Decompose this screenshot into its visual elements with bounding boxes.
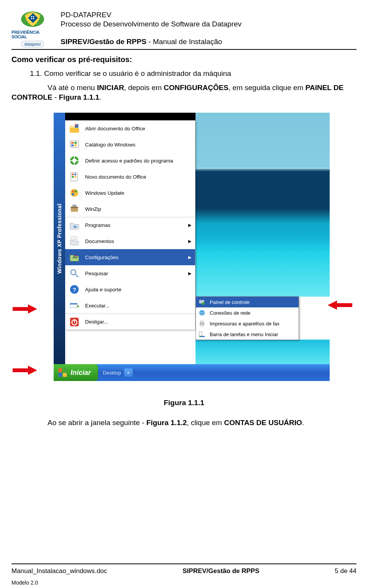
submenu-item-label: Impressoras e aparelhos de fax <box>210 321 279 327</box>
windows-update-icon <box>68 187 80 199</box>
header-line-3: SIPREV/Gestão de RPPS - Manual de Instal… <box>61 38 242 46</box>
menu-item-label: Catálogo do Windows <box>85 142 191 148</box>
svg-rect-19 <box>74 176 76 178</box>
svg-point-20 <box>71 189 79 197</box>
menu-item-windows-update[interactable]: Windows Update <box>65 185 195 201</box>
section-title: Como verificar os pré-requisitos: <box>12 55 356 64</box>
help-icon: ? <box>68 283 80 296</box>
logo-line1: PREVIDÊNCIA SOCIAL <box>12 30 54 39</box>
footer-filename: Manual_Instalacao_windows.doc <box>12 567 107 575</box>
desktop-wallpaper <box>196 113 330 297</box>
footer-center: SIPREV/Gestão de RPPS <box>182 567 259 575</box>
menu-item-open-office-doc[interactable]: Abrir documento do Office <box>65 120 195 136</box>
menu-item-label: Abrir documento do Office <box>85 126 191 131</box>
printer-icon <box>198 320 206 327</box>
svg-rect-8 <box>70 141 79 148</box>
menu-item-winzip[interactable]: WinZip <box>65 201 195 217</box>
svg-rect-24 <box>75 193 77 195</box>
menu-item-help[interactable]: ? Ajuda e suporte <box>65 281 195 297</box>
svg-rect-11 <box>71 145 74 146</box>
settings-icon <box>68 251 80 263</box>
figure-caption: Figura 1.1.1 <box>12 399 356 407</box>
paragraph-after-figure: Ao se abrir a janela seguinte - Figura 1… <box>12 419 356 427</box>
menu-item-program-access[interactable]: Definir acesso e padrões do programa <box>65 153 195 169</box>
menu-item-search[interactable]: Pesquisar ▶ <box>65 265 195 281</box>
footer-model-version: Modelo 2.0 <box>12 580 38 586</box>
logo-line2: dataprev <box>21 41 44 48</box>
svg-rect-17 <box>74 174 76 176</box>
submenu-triangle-icon: ▶ <box>186 223 191 228</box>
menu-item-label: Configurações <box>85 255 181 260</box>
start-button[interactable]: Iniciar <box>54 364 98 381</box>
start-menu[interactable]: Abrir documento do Office Catálogo do Wi… <box>65 120 196 330</box>
step-heading: 1.1. Como verificar se o usuário é o adm… <box>12 69 356 78</box>
windows-logo-icon <box>58 368 67 378</box>
control-panel-icon <box>198 298 206 306</box>
chevron-double-icon[interactable]: » <box>124 368 133 377</box>
menu-item-label: Programas <box>85 222 181 228</box>
menu-item-label: WinZip <box>85 206 191 212</box>
svg-rect-42 <box>200 324 203 326</box>
submenu-triangle-icon: ▶ <box>186 255 191 260</box>
submenu-item-printers[interactable]: Impressoras e aparelhos de fax <box>196 318 299 329</box>
svg-rect-9 <box>71 142 74 144</box>
svg-rect-48 <box>58 373 62 377</box>
taskbar[interactable]: Iniciar Desktop » <box>54 364 330 381</box>
arrow-icon <box>328 301 352 310</box>
svg-rect-41 <box>200 321 203 323</box>
svg-rect-23 <box>72 193 74 195</box>
settings-submenu[interactable]: Painel de controle Conexões de rede Impr… <box>196 296 299 340</box>
page-footer: Manual_Instalacao_windows.doc SIPREV/Ges… <box>12 567 356 575</box>
svg-point-30 <box>71 270 76 275</box>
run-icon <box>68 299 80 312</box>
footer-rule <box>12 563 356 564</box>
menu-item-label: Pesquisar <box>85 271 181 276</box>
menu-item-documents[interactable]: Documentos ▶ <box>65 233 195 249</box>
documents-icon <box>68 235 80 247</box>
svg-rect-28 <box>74 226 77 228</box>
logo-graphic <box>17 8 48 29</box>
svg-rect-4 <box>31 18 32 19</box>
svg-rect-21 <box>72 191 74 193</box>
submenu-item-control-panel[interactable]: Painel de controle <box>196 297 299 307</box>
svg-rect-12 <box>74 145 77 146</box>
menu-item-windows-catalog[interactable]: Catálogo do Windows <box>65 136 195 153</box>
menu-item-run[interactable]: Executar... <box>65 297 195 314</box>
menu-item-programs[interactable]: Programas ▶ <box>65 217 195 233</box>
logo: PREVIDÊNCIA SOCIAL dataprev <box>12 8 54 48</box>
document-header: PREVIDÊNCIA SOCIAL dataprev PD-DATAPREV … <box>12 8 356 48</box>
menu-item-label: Definir acesso e padrões do programa <box>85 158 191 164</box>
program-defaults-icon <box>68 154 80 167</box>
submenu-item-network[interactable]: Conexões de rede <box>196 307 299 318</box>
menu-item-settings[interactable]: Configurações ▶ <box>65 249 195 265</box>
svg-rect-34 <box>70 304 77 305</box>
menu-item-label: Desligar... <box>85 319 191 325</box>
taskbar-desktop[interactable]: Desktop » <box>98 364 137 381</box>
top-black-strip <box>65 113 196 120</box>
submenu-item-label: Conexões de rede <box>210 310 250 316</box>
menu-item-label: Novo documento do Office <box>85 174 191 180</box>
svg-rect-5 <box>33 18 34 19</box>
submenu-triangle-icon: ▶ <box>186 271 191 276</box>
svg-rect-26 <box>71 207 78 209</box>
taskbar-desktop-label: Desktop <box>103 370 121 376</box>
svg-rect-18 <box>72 176 74 178</box>
svg-rect-22 <box>75 191 77 193</box>
svg-rect-7 <box>75 124 77 126</box>
svg-rect-2 <box>31 16 32 17</box>
submenu-item-taskbar[interactable]: Barra de tarefas e menu Iniciar <box>196 329 299 340</box>
taskbar-menu-icon <box>198 330 206 338</box>
arrow-icon <box>13 366 37 375</box>
menu-item-new-office-doc[interactable]: Novo documento do Office <box>65 169 195 185</box>
svg-point-38 <box>202 302 205 305</box>
start-button-label: Iniciar <box>71 369 91 377</box>
menu-item-shutdown[interactable]: Desligar... <box>65 314 195 330</box>
menu-item-label: Documentos <box>85 238 181 244</box>
new-office-doc-icon <box>68 171 80 183</box>
screenshot-container: Windows XP Professional Abrir documento … <box>54 113 330 381</box>
svg-rect-3 <box>33 16 34 17</box>
menu-item-label: Windows Update <box>85 190 191 196</box>
menu-item-label: Ajuda e suporte <box>85 287 191 292</box>
svg-rect-15 <box>71 172 77 181</box>
svg-rect-45 <box>199 336 201 337</box>
